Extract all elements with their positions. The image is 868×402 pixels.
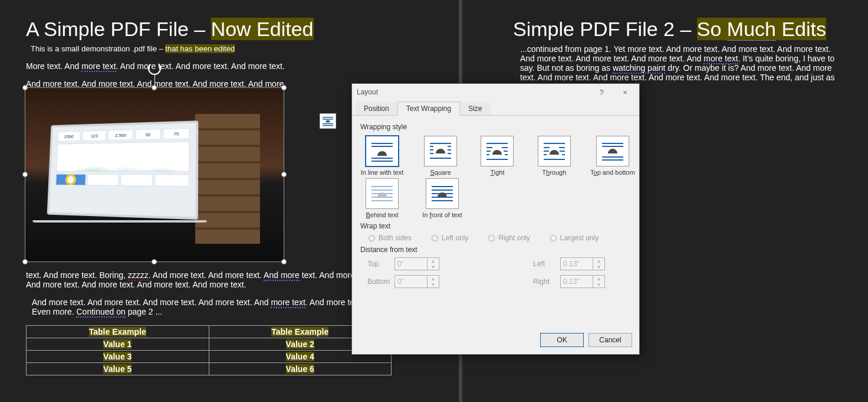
- n: 2500: [58, 131, 81, 142]
- p1-sub-hl: that has been edited: [165, 44, 235, 53]
- cancel-button[interactable]: Cancel: [588, 333, 632, 347]
- spin-down-icon[interactable]: ▼: [428, 264, 439, 270]
- lbl: Right only: [498, 234, 530, 242]
- p1-para1[interactable]: More text. And more text. And more text.…: [26, 61, 439, 71]
- tab-size[interactable]: Size: [460, 102, 490, 115]
- page2-title[interactable]: Simple PDF File 2 – So Much Edits: [513, 18, 843, 41]
- lbl: Largest only: [560, 234, 599, 242]
- label-left: Left: [533, 260, 560, 268]
- spin-down-icon[interactable]: ▼: [593, 282, 604, 287]
- resize-handle-tr[interactable]: [281, 85, 287, 90]
- label-bottom: Bottom: [367, 277, 394, 286]
- spinner-top[interactable]: ▲▼: [394, 257, 440, 270]
- resize-handle-b[interactable]: [152, 259, 157, 264]
- wrap-inline[interactable]: In line with text: [364, 136, 400, 176]
- cell[interactable]: Value 3: [103, 352, 131, 361]
- wrap-behind[interactable]: Behind text: [364, 178, 400, 218]
- group-distance: Distance from text: [360, 246, 631, 254]
- radio-largest-only[interactable]: Largest only: [550, 234, 599, 242]
- t: Much: [727, 18, 776, 41]
- label-top: Top: [367, 260, 394, 268]
- rotate-stem: [154, 74, 155, 86]
- cell[interactable]: Value 4: [286, 352, 314, 361]
- spin-up-icon[interactable]: ▲: [428, 258, 439, 264]
- th1[interactable]: Table Example: [89, 327, 146, 336]
- input-top[interactable]: [394, 257, 428, 270]
- cell[interactable]: Value 1: [103, 339, 131, 349]
- layout-dialog: Layout ? × Position Text Wrapping Size W…: [351, 83, 640, 355]
- page1-title[interactable]: A Simple PDF File – Now Edited: [26, 18, 439, 41]
- spin-down-icon[interactable]: ▼: [428, 282, 439, 287]
- spin-down-icon[interactable]: ▼: [593, 264, 604, 270]
- group-wrap-text: Wrap text: [360, 222, 631, 230]
- cell[interactable]: Value 5: [103, 364, 131, 374]
- spin-up-icon[interactable]: ▲: [593, 276, 604, 282]
- cap: In line with text: [361, 169, 404, 176]
- t: . And more text. And more text.: [149, 270, 264, 280]
- t: Edits: [776, 18, 826, 40]
- spelling-error[interactable]: zzzzz: [128, 270, 149, 280]
- link-more-text-2[interactable]: more text: [271, 298, 305, 308]
- tab-position[interactable]: Position: [356, 102, 397, 115]
- t: So: [697, 18, 727, 40]
- link-more-text[interactable]: more text: [81, 61, 116, 72]
- t: text. And more text. Boring,: [26, 270, 128, 280]
- resize-handle-r[interactable]: [281, 172, 287, 177]
- rotate-handle[interactable]: [148, 62, 161, 75]
- radio-both-sides[interactable]: Both sides: [369, 234, 412, 242]
- n: 75: [163, 128, 189, 139]
- label-right: Right: [533, 277, 560, 286]
- wrap-in-front[interactable]: In front of text: [424, 178, 461, 218]
- spinner-bottom[interactable]: ▲▼: [394, 275, 440, 288]
- ok-button[interactable]: OK: [540, 333, 584, 347]
- spinner-right[interactable]: ▲▼: [560, 275, 606, 288]
- lbl: Left only: [442, 234, 468, 242]
- input-right[interactable]: [560, 275, 593, 288]
- link-and-more[interactable]: And more: [264, 270, 300, 281]
- t: page 2 ...: [126, 307, 162, 316]
- t: Simple PDF File 2 –: [513, 18, 697, 40]
- image-content: 2500 123 2,500 30 75: [25, 88, 284, 262]
- wrap-top-bottom[interactable]: Top and bottom: [594, 136, 631, 176]
- dialog-help-button[interactable]: ?: [590, 84, 613, 100]
- spinner-left[interactable]: ▲▼: [560, 257, 606, 270]
- inserted-image[interactable]: 2500 123 2,500 30 75: [25, 87, 284, 262]
- dialog-body: Wrapping style In line with text Square …: [352, 116, 639, 293]
- radio-left-only[interactable]: Left only: [432, 234, 468, 242]
- group-wrapping-style: Wrapping style: [360, 123, 631, 131]
- th2[interactable]: Table Example: [271, 327, 328, 336]
- n: 2,500: [108, 130, 133, 141]
- resize-handle-bl[interactable]: [22, 259, 28, 264]
- page1-title-highlight: Now Edited: [211, 18, 314, 40]
- cell[interactable]: Value 6: [286, 364, 314, 374]
- spin-up-icon[interactable]: ▲: [428, 276, 439, 282]
- layout-options-button[interactable]: [320, 113, 336, 129]
- tab-text-wrapping[interactable]: Text Wrapping: [397, 102, 460, 116]
- radio-right-only[interactable]: Right only: [488, 234, 530, 242]
- lbl: Both sides: [379, 234, 412, 242]
- page1-title-a: A Simple PDF File –: [26, 18, 211, 40]
- dialog-tabs: Position Text Wrapping Size: [352, 100, 639, 116]
- wrap-through[interactable]: Through: [538, 136, 571, 176]
- t: More text. And: [26, 61, 81, 71]
- input-bottom[interactable]: [394, 275, 428, 288]
- cell[interactable]: Value 2: [286, 339, 314, 349]
- dialog-close-button[interactable]: ×: [613, 84, 637, 100]
- t: . And more text. And more text. And more…: [116, 61, 285, 71]
- table-example[interactable]: Table Example Table Example Value 1Value…: [26, 325, 392, 375]
- wrap-tight[interactable]: Tight: [481, 136, 514, 176]
- t: And more text. And more text. And more t…: [32, 298, 271, 307]
- dialog-title: Layout: [357, 88, 378, 96]
- resize-handle-br[interactable]: [281, 259, 287, 264]
- dialog-titlebar[interactable]: Layout ? ×: [352, 84, 639, 100]
- page1-subtitle[interactable]: This is a small demonstration .pdf file …: [31, 44, 439, 53]
- n: 123: [83, 130, 107, 141]
- wrap-square[interactable]: Square: [424, 136, 457, 176]
- continued-on[interactable]: Continued on: [76, 307, 125, 318]
- p1-sub-a: This is a small demonstration .pdf file …: [31, 44, 165, 53]
- n: 30: [135, 129, 160, 140]
- spin-up-icon[interactable]: ▲: [593, 258, 604, 264]
- input-left[interactable]: [560, 257, 593, 270]
